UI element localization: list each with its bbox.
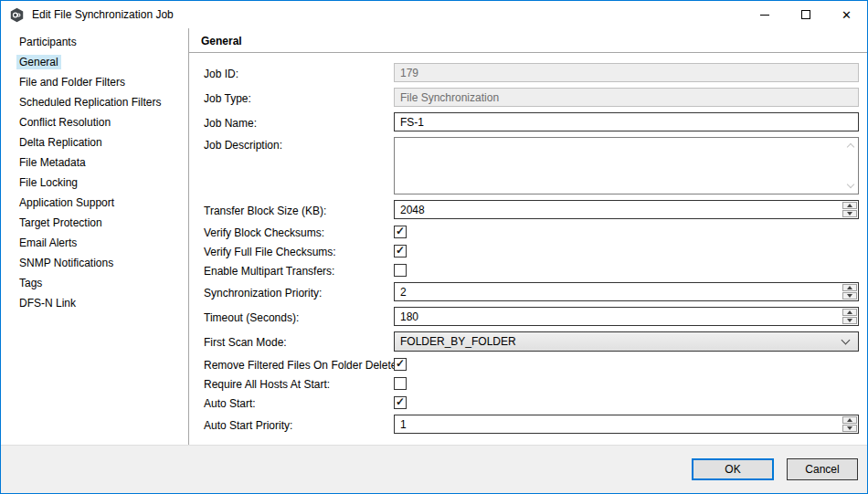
- auto-start-priority-label: Auto Start Priority:: [204, 417, 394, 432]
- job-name-label: Job Name:: [204, 115, 394, 130]
- remove-filtered-files-checkbox[interactable]: [394, 358, 407, 371]
- verify-full-file-checksums-label: Verify Full File Checksums:: [204, 244, 394, 258]
- job-type-row: Job Type:: [204, 88, 859, 107]
- sidebar-item-application-support[interactable]: Application Support: [1, 194, 188, 214]
- job-description-label: Job Description:: [204, 137, 394, 152]
- sidebar-item-file-metadata[interactable]: File Metadata: [1, 153, 188, 173]
- timeout-label: Timeout (Seconds):: [204, 310, 394, 324]
- auto-start-priority-row: Auto Start Priority:: [204, 415, 859, 434]
- chevron-down-icon: [842, 336, 851, 345]
- spin-down-icon[interactable]: [842, 317, 857, 324]
- maximize-icon: [801, 10, 810, 19]
- require-all-hosts-label: Require All Hosts At Start:: [204, 376, 394, 391]
- maximize-button[interactable]: [785, 1, 826, 28]
- remove-filtered-files-row: Remove Filtered Files On Folder Delete:: [204, 357, 859, 372]
- sidebar-item-general[interactable]: General: [1, 53, 188, 73]
- verify-block-checksums-label: Verify Block Checksums:: [204, 225, 394, 239]
- remove-filtered-files-label: Remove Filtered Files On Folder Delete:: [204, 357, 394, 372]
- scroll-up-icon[interactable]: [847, 143, 854, 151]
- first-scan-mode-value: FOLDER_BY_FOLDER: [400, 335, 516, 348]
- require-all-hosts-checkbox[interactable]: [394, 377, 407, 390]
- timeout-row: Timeout (Seconds):: [204, 307, 859, 326]
- dialog-footer: OK Cancel: [1, 445, 867, 493]
- minimize-button[interactable]: [744, 1, 785, 28]
- close-icon: ✕: [842, 9, 852, 21]
- close-button[interactable]: ✕: [826, 1, 867, 28]
- app-icon: [9, 7, 25, 23]
- timeout-field[interactable]: [395, 308, 842, 325]
- first-scan-mode-label: First Scan Mode:: [204, 334, 394, 349]
- synchronization-priority-row: Synchronization Priority:: [204, 282, 859, 301]
- first-scan-mode-row: First Scan Mode: FOLDER_BY_FOLDER: [204, 331, 859, 352]
- synchronization-priority-label: Synchronization Priority:: [204, 285, 394, 300]
- window-controls: ✕: [744, 1, 867, 28]
- enable-multipart-transfers-row: Enable Multipart Transfers:: [204, 263, 859, 278]
- window-title: Edit File Synchronization Job: [32, 8, 174, 21]
- sidebar-item-conflict-resolution[interactable]: Conflict Resolution: [1, 113, 188, 133]
- transfer-block-size-field[interactable]: [395, 201, 842, 218]
- spin-up-icon[interactable]: [842, 202, 857, 209]
- auto-start-row: Auto Start:: [204, 395, 859, 410]
- sidebar-item-file-and-folder-filters[interactable]: File and Folder Filters: [1, 73, 188, 93]
- job-id-row: Job ID:: [204, 63, 859, 82]
- sidebar-item-tags[interactable]: Tags: [1, 274, 188, 294]
- first-scan-mode-select[interactable]: FOLDER_BY_FOLDER: [394, 331, 859, 352]
- auto-start-priority-field[interactable]: [395, 415, 842, 433]
- spin-up-icon[interactable]: [842, 416, 857, 424]
- sidebar-item-snmp-notifications[interactable]: SNMP Notifications: [1, 254, 188, 274]
- timeout-stepper: [842, 308, 858, 325]
- sidebar-item-scheduled-replication-filters[interactable]: Scheduled Replication Filters: [1, 93, 188, 113]
- spin-down-icon[interactable]: [842, 292, 857, 300]
- verify-full-file-checksums-row: Verify Full File Checksums:: [204, 244, 859, 258]
- job-description-row: Job Description:: [204, 137, 859, 194]
- transfer-block-size-row: Transfer Block Size (KB):: [204, 200, 859, 219]
- job-name-field[interactable]: [394, 112, 859, 131]
- dialog-content: Participants General File and Folder Fil…: [1, 28, 867, 445]
- sidebar-item-delta-replication[interactable]: Delta Replication: [1, 133, 188, 153]
- verify-block-checksums-checkbox[interactable]: [394, 226, 407, 238]
- general-form: Job ID: Job Type: Job Name: Job Descript…: [189, 53, 867, 445]
- panel-title: General: [189, 28, 867, 53]
- auto-start-priority-stepper: [842, 415, 858, 433]
- spin-down-icon[interactable]: [842, 425, 857, 432]
- spin-up-icon[interactable]: [842, 284, 857, 291]
- verify-block-checksums-row: Verify Block Checksums:: [204, 225, 859, 239]
- transfer-block-size-label: Transfer Block Size (KB):: [204, 203, 394, 217]
- enable-multipart-transfers-label: Enable Multipart Transfers:: [204, 263, 394, 278]
- job-type-label: Job Type:: [204, 90, 394, 105]
- verify-full-file-checksums-checkbox[interactable]: [394, 245, 407, 258]
- spin-down-icon[interactable]: [842, 210, 857, 217]
- settings-nav: Participants General File and Folder Fil…: [1, 28, 188, 445]
- sidebar-item-dfs-n-link[interactable]: DFS-N Link: [1, 294, 188, 314]
- require-all-hosts-row: Require All Hosts At Start:: [204, 376, 859, 391]
- sidebar-item-target-protection[interactable]: Target Protection: [1, 214, 188, 234]
- synchronization-priority-field[interactable]: [395, 283, 842, 300]
- ok-button[interactable]: OK: [692, 458, 774, 480]
- general-panel: General Job ID: Job Type: Job Name: Job …: [188, 28, 867, 445]
- sidebar-item-participants[interactable]: Participants: [1, 33, 188, 53]
- job-id-label: Job ID:: [204, 66, 394, 80]
- synchronization-priority-stepper: [842, 283, 858, 300]
- sidebar-item-file-locking[interactable]: File Locking: [1, 173, 188, 194]
- job-id-field: [394, 63, 859, 82]
- job-description-textarea[interactable]: [394, 137, 859, 194]
- auto-start-label: Auto Start:: [204, 395, 394, 410]
- spin-up-icon[interactable]: [842, 309, 857, 316]
- job-name-row: Job Name:: [204, 112, 859, 131]
- scroll-down-icon[interactable]: [847, 181, 854, 188]
- enable-multipart-transfers-checkbox[interactable]: [394, 264, 407, 277]
- minimize-icon: [760, 15, 769, 16]
- job-type-field: [394, 88, 859, 107]
- title-bar: Edit File Synchronization Job ✕: [1, 1, 867, 28]
- auto-start-checkbox[interactable]: [394, 396, 407, 409]
- transfer-block-size-stepper: [842, 201, 858, 218]
- sidebar-item-email-alerts[interactable]: Email Alerts: [1, 234, 188, 254]
- dialog-window: Edit File Synchronization Job ✕ Particip…: [0, 0, 868, 494]
- cancel-button[interactable]: Cancel: [787, 458, 858, 480]
